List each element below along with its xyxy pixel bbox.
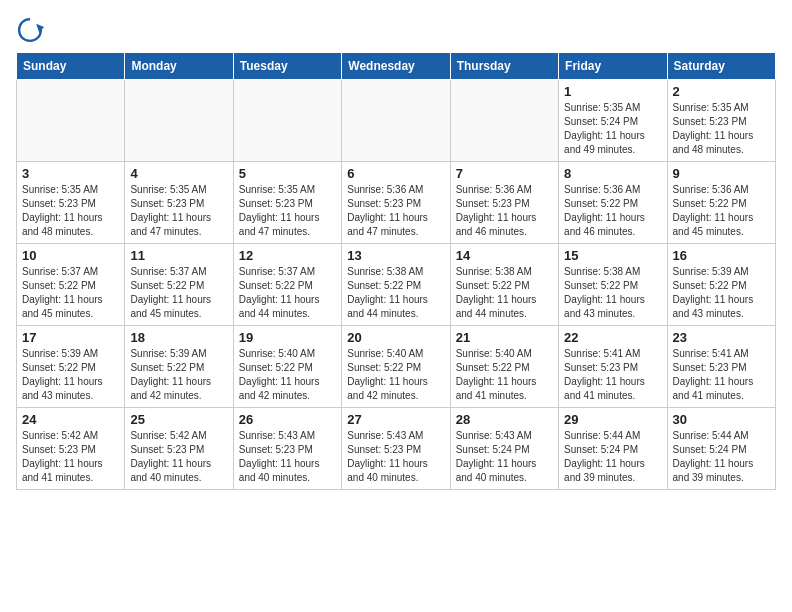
day-info: Sunrise: 5:35 AM Sunset: 5:24 PM Dayligh… bbox=[564, 101, 661, 157]
day-info: Sunrise: 5:37 AM Sunset: 5:22 PM Dayligh… bbox=[239, 265, 336, 321]
day-info: Sunrise: 5:36 AM Sunset: 5:22 PM Dayligh… bbox=[564, 183, 661, 239]
calendar-cell: 26Sunrise: 5:43 AM Sunset: 5:23 PM Dayli… bbox=[233, 408, 341, 490]
day-number: 14 bbox=[456, 248, 553, 263]
day-number: 2 bbox=[673, 84, 770, 99]
calendar-cell: 6Sunrise: 5:36 AM Sunset: 5:23 PM Daylig… bbox=[342, 162, 450, 244]
day-info: Sunrise: 5:44 AM Sunset: 5:24 PM Dayligh… bbox=[673, 429, 770, 485]
day-number: 8 bbox=[564, 166, 661, 181]
day-info: Sunrise: 5:39 AM Sunset: 5:22 PM Dayligh… bbox=[22, 347, 119, 403]
calendar-cell: 21Sunrise: 5:40 AM Sunset: 5:22 PM Dayli… bbox=[450, 326, 558, 408]
calendar-cell: 18Sunrise: 5:39 AM Sunset: 5:22 PM Dayli… bbox=[125, 326, 233, 408]
svg-marker-0 bbox=[36, 24, 44, 33]
weekday-header-friday: Friday bbox=[559, 53, 667, 80]
day-info: Sunrise: 5:40 AM Sunset: 5:22 PM Dayligh… bbox=[347, 347, 444, 403]
calendar-cell: 12Sunrise: 5:37 AM Sunset: 5:22 PM Dayli… bbox=[233, 244, 341, 326]
day-number: 9 bbox=[673, 166, 770, 181]
day-number: 6 bbox=[347, 166, 444, 181]
day-info: Sunrise: 5:43 AM Sunset: 5:24 PM Dayligh… bbox=[456, 429, 553, 485]
day-info: Sunrise: 5:44 AM Sunset: 5:24 PM Dayligh… bbox=[564, 429, 661, 485]
calendar-week-2: 3Sunrise: 5:35 AM Sunset: 5:23 PM Daylig… bbox=[17, 162, 776, 244]
calendar-week-1: 1Sunrise: 5:35 AM Sunset: 5:24 PM Daylig… bbox=[17, 80, 776, 162]
day-info: Sunrise: 5:43 AM Sunset: 5:23 PM Dayligh… bbox=[239, 429, 336, 485]
calendar-cell: 2Sunrise: 5:35 AM Sunset: 5:23 PM Daylig… bbox=[667, 80, 775, 162]
day-number: 17 bbox=[22, 330, 119, 345]
calendar-cell: 29Sunrise: 5:44 AM Sunset: 5:24 PM Dayli… bbox=[559, 408, 667, 490]
day-info: Sunrise: 5:35 AM Sunset: 5:23 PM Dayligh… bbox=[22, 183, 119, 239]
day-number: 27 bbox=[347, 412, 444, 427]
day-info: Sunrise: 5:35 AM Sunset: 5:23 PM Dayligh… bbox=[239, 183, 336, 239]
calendar-cell: 27Sunrise: 5:43 AM Sunset: 5:23 PM Dayli… bbox=[342, 408, 450, 490]
day-info: Sunrise: 5:39 AM Sunset: 5:22 PM Dayligh… bbox=[130, 347, 227, 403]
day-number: 7 bbox=[456, 166, 553, 181]
day-number: 4 bbox=[130, 166, 227, 181]
calendar-cell: 15Sunrise: 5:38 AM Sunset: 5:22 PM Dayli… bbox=[559, 244, 667, 326]
day-info: Sunrise: 5:37 AM Sunset: 5:22 PM Dayligh… bbox=[130, 265, 227, 321]
day-number: 16 bbox=[673, 248, 770, 263]
logo-icon bbox=[16, 16, 44, 44]
weekday-header-row: SundayMondayTuesdayWednesdayThursdayFrid… bbox=[17, 53, 776, 80]
calendar-cell bbox=[450, 80, 558, 162]
calendar-cell bbox=[342, 80, 450, 162]
logo bbox=[16, 16, 48, 44]
day-number: 12 bbox=[239, 248, 336, 263]
day-info: Sunrise: 5:43 AM Sunset: 5:23 PM Dayligh… bbox=[347, 429, 444, 485]
day-info: Sunrise: 5:40 AM Sunset: 5:22 PM Dayligh… bbox=[456, 347, 553, 403]
weekday-header-tuesday: Tuesday bbox=[233, 53, 341, 80]
day-info: Sunrise: 5:41 AM Sunset: 5:23 PM Dayligh… bbox=[673, 347, 770, 403]
calendar-cell: 16Sunrise: 5:39 AM Sunset: 5:22 PM Dayli… bbox=[667, 244, 775, 326]
calendar-cell bbox=[125, 80, 233, 162]
calendar-cell: 1Sunrise: 5:35 AM Sunset: 5:24 PM Daylig… bbox=[559, 80, 667, 162]
day-number: 26 bbox=[239, 412, 336, 427]
day-number: 28 bbox=[456, 412, 553, 427]
calendar-cell: 25Sunrise: 5:42 AM Sunset: 5:23 PM Dayli… bbox=[125, 408, 233, 490]
day-number: 20 bbox=[347, 330, 444, 345]
calendar-cell: 22Sunrise: 5:41 AM Sunset: 5:23 PM Dayli… bbox=[559, 326, 667, 408]
day-number: 25 bbox=[130, 412, 227, 427]
day-number: 21 bbox=[456, 330, 553, 345]
calendar-cell: 14Sunrise: 5:38 AM Sunset: 5:22 PM Dayli… bbox=[450, 244, 558, 326]
day-info: Sunrise: 5:36 AM Sunset: 5:22 PM Dayligh… bbox=[673, 183, 770, 239]
day-number: 10 bbox=[22, 248, 119, 263]
day-number: 13 bbox=[347, 248, 444, 263]
day-number: 24 bbox=[22, 412, 119, 427]
calendar-table: SundayMondayTuesdayWednesdayThursdayFrid… bbox=[16, 52, 776, 490]
day-info: Sunrise: 5:35 AM Sunset: 5:23 PM Dayligh… bbox=[130, 183, 227, 239]
day-number: 1 bbox=[564, 84, 661, 99]
day-info: Sunrise: 5:36 AM Sunset: 5:23 PM Dayligh… bbox=[456, 183, 553, 239]
day-number: 18 bbox=[130, 330, 227, 345]
calendar-cell bbox=[233, 80, 341, 162]
calendar-cell: 17Sunrise: 5:39 AM Sunset: 5:22 PM Dayli… bbox=[17, 326, 125, 408]
calendar-cell: 4Sunrise: 5:35 AM Sunset: 5:23 PM Daylig… bbox=[125, 162, 233, 244]
calendar-cell: 24Sunrise: 5:42 AM Sunset: 5:23 PM Dayli… bbox=[17, 408, 125, 490]
calendar-week-5: 24Sunrise: 5:42 AM Sunset: 5:23 PM Dayli… bbox=[17, 408, 776, 490]
day-number: 29 bbox=[564, 412, 661, 427]
day-info: Sunrise: 5:39 AM Sunset: 5:22 PM Dayligh… bbox=[673, 265, 770, 321]
day-info: Sunrise: 5:35 AM Sunset: 5:23 PM Dayligh… bbox=[673, 101, 770, 157]
calendar-cell: 11Sunrise: 5:37 AM Sunset: 5:22 PM Dayli… bbox=[125, 244, 233, 326]
day-info: Sunrise: 5:37 AM Sunset: 5:22 PM Dayligh… bbox=[22, 265, 119, 321]
weekday-header-saturday: Saturday bbox=[667, 53, 775, 80]
day-number: 5 bbox=[239, 166, 336, 181]
weekday-header-wednesday: Wednesday bbox=[342, 53, 450, 80]
day-number: 22 bbox=[564, 330, 661, 345]
day-info: Sunrise: 5:38 AM Sunset: 5:22 PM Dayligh… bbox=[456, 265, 553, 321]
day-info: Sunrise: 5:38 AM Sunset: 5:22 PM Dayligh… bbox=[564, 265, 661, 321]
calendar-body: 1Sunrise: 5:35 AM Sunset: 5:24 PM Daylig… bbox=[17, 80, 776, 490]
calendar-cell: 5Sunrise: 5:35 AM Sunset: 5:23 PM Daylig… bbox=[233, 162, 341, 244]
day-number: 23 bbox=[673, 330, 770, 345]
day-info: Sunrise: 5:42 AM Sunset: 5:23 PM Dayligh… bbox=[22, 429, 119, 485]
weekday-header-monday: Monday bbox=[125, 53, 233, 80]
day-number: 30 bbox=[673, 412, 770, 427]
day-info: Sunrise: 5:40 AM Sunset: 5:22 PM Dayligh… bbox=[239, 347, 336, 403]
calendar-cell: 7Sunrise: 5:36 AM Sunset: 5:23 PM Daylig… bbox=[450, 162, 558, 244]
calendar-cell bbox=[17, 80, 125, 162]
calendar-cell: 13Sunrise: 5:38 AM Sunset: 5:22 PM Dayli… bbox=[342, 244, 450, 326]
weekday-header-thursday: Thursday bbox=[450, 53, 558, 80]
day-number: 11 bbox=[130, 248, 227, 263]
day-info: Sunrise: 5:36 AM Sunset: 5:23 PM Dayligh… bbox=[347, 183, 444, 239]
calendar-cell: 19Sunrise: 5:40 AM Sunset: 5:22 PM Dayli… bbox=[233, 326, 341, 408]
day-number: 3 bbox=[22, 166, 119, 181]
day-number: 19 bbox=[239, 330, 336, 345]
calendar-cell: 8Sunrise: 5:36 AM Sunset: 5:22 PM Daylig… bbox=[559, 162, 667, 244]
day-info: Sunrise: 5:42 AM Sunset: 5:23 PM Dayligh… bbox=[130, 429, 227, 485]
